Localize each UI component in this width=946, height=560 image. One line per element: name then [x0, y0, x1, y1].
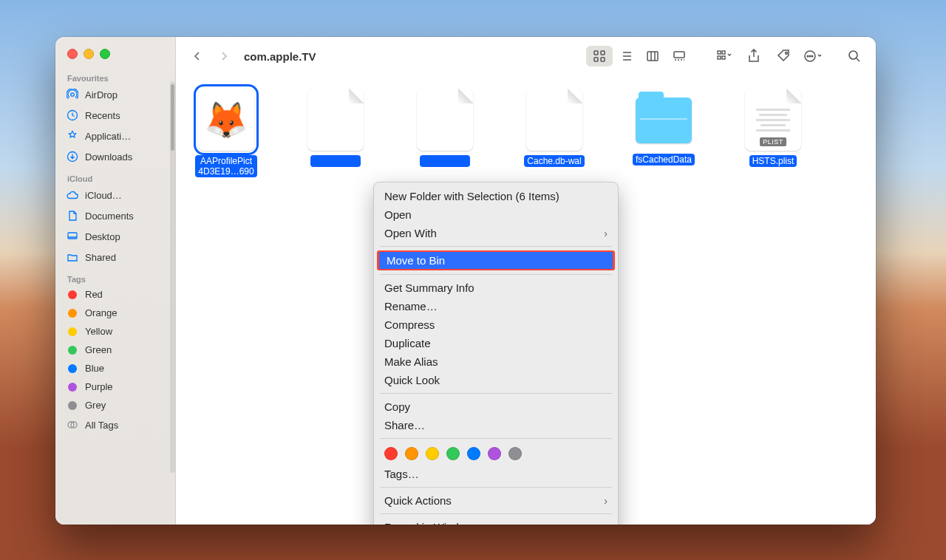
sidebar-tag-orange[interactable]: Orange	[55, 304, 175, 321]
sidebar-item-recents[interactable]: Recents	[55, 106, 175, 125]
sidebar-item-downloads[interactable]: Downloads	[55, 147, 175, 166]
sidebar: Favourites AirDrop Recents Applicati… Do…	[55, 37, 176, 525]
ctx-rename[interactable]: Rename…	[374, 297, 618, 315]
ctx-new-folder-selection[interactable]: New Folder with Selection (6 Items)	[374, 187, 618, 205]
ctx-tag-picker	[374, 443, 618, 465]
column-view-button[interactable]	[639, 46, 666, 66]
close-traffic-light[interactable]	[67, 49, 78, 59]
ctx-get-summary-info[interactable]: Get Summary Info	[374, 279, 618, 297]
window-title: com.apple.TV	[244, 50, 316, 63]
sidebar-section-favourites: Favourites	[55, 66, 175, 84]
sidebar-section-icloud: iCloud	[55, 167, 175, 185]
sidebar-item-applications[interactable]: Applicati…	[55, 126, 175, 146]
ctx-share[interactable]: Share…	[374, 416, 618, 434]
sidebar-item-label: Recents	[85, 110, 120, 121]
sidebar-item-label: Grey	[85, 400, 106, 411]
search-button[interactable]	[845, 47, 864, 66]
file-thumbnail	[417, 89, 473, 151]
sidebar-item-label: Desktop	[85, 231, 120, 242]
file-item[interactable]: Cache.db-wal	[517, 89, 591, 167]
sidebar-item-label: iCloud…	[85, 190, 122, 201]
sidebar-tag-blue[interactable]: Blue	[55, 360, 175, 377]
sidebar-section-tags: Tags	[55, 267, 175, 285]
context-menu: New Folder with Selection (6 Items) Open…	[373, 182, 619, 525]
sidebar-tag-green[interactable]: Green	[55, 341, 175, 358]
airdrop-icon	[66, 88, 79, 101]
file-item[interactable]	[299, 89, 372, 167]
traffic-lights	[55, 37, 175, 66]
svg-rect-6	[594, 51, 598, 55]
sidebar-scrollbar[interactable]	[170, 81, 175, 473]
sidebar-item-desktop[interactable]: Desktop	[55, 227, 175, 246]
svg-point-16	[786, 52, 788, 55]
list-view-button[interactable]	[613, 46, 639, 66]
file-thumbnail: PLIST	[745, 89, 801, 151]
back-button[interactable]	[191, 49, 204, 63]
file-thumbnail	[526, 89, 582, 151]
svg-point-19	[809, 55, 811, 57]
tag-dot-icon	[68, 327, 77, 336]
ctx-move-to-bin[interactable]: Move to Bin	[377, 250, 615, 270]
sidebar-tag-red[interactable]: Red	[55, 286, 175, 303]
group-by-button[interactable]	[715, 47, 734, 66]
ctx-open[interactable]: Open	[374, 205, 618, 224]
sidebar-tag-yellow[interactable]: Yellow	[55, 323, 175, 340]
svg-point-0	[71, 93, 74, 96]
file-name: HSTS.plist	[749, 155, 797, 167]
sidebar-all-tags[interactable]: All Tags	[55, 415, 175, 434]
action-menu-button[interactable]	[803, 47, 823, 66]
gallery-view-button[interactable]	[666, 46, 693, 66]
ctx-quick-look[interactable]: Quick Look	[374, 371, 618, 389]
share-button[interactable]	[744, 47, 763, 66]
tag-option-purple[interactable]	[488, 447, 501, 460]
svg-point-18	[807, 55, 809, 57]
ctx-copy[interactable]: Copy	[374, 397, 618, 416]
file-name: Cache.db-wal	[524, 155, 584, 167]
sidebar-tag-purple[interactable]: Purple	[55, 378, 175, 395]
svg-rect-11	[674, 52, 684, 58]
file-thumbnail	[307, 89, 364, 151]
ctx-make-alias[interactable]: Make Alias	[374, 352, 618, 371]
tag-option-blue[interactable]	[467, 447, 480, 460]
file-grid[interactable]: 🦊 AAProfilePict4D3E19…690 Cache.db-wal	[176, 75, 876, 525]
file-item[interactable]: fsCachedData	[627, 89, 701, 165]
tag-option-grey[interactable]	[508, 447, 522, 460]
sidebar-item-label: Downloads	[85, 151, 132, 163]
folder-thumbnail	[636, 98, 692, 143]
svg-rect-15	[722, 56, 725, 59]
tag-option-orange[interactable]	[405, 447, 418, 460]
file-item[interactable]: PLIST HSTS.plist	[736, 89, 810, 167]
ctx-separator	[380, 487, 612, 488]
ctx-open-with[interactable]: Open With›	[374, 224, 618, 242]
sidebar-item-airdrop[interactable]: AirDrop	[55, 85, 175, 104]
icon-view-button[interactable]	[586, 46, 613, 66]
ctx-compress[interactable]: Compress	[374, 315, 618, 334]
clock-icon	[66, 109, 79, 122]
sidebar-item-label: AirDrop	[85, 89, 118, 100]
forward-button[interactable]	[217, 49, 231, 63]
sidebar-item-label: Shared	[85, 252, 116, 263]
sidebar-item-icloud-drive[interactable]: iCloud…	[55, 185, 175, 205]
sidebar-item-label: Green	[85, 344, 112, 355]
tag-option-yellow[interactable]	[426, 447, 439, 460]
edit-tags-button[interactable]	[774, 47, 793, 66]
all-tags-icon	[66, 418, 79, 431]
file-item[interactable]	[408, 89, 482, 167]
ctx-reveal-in-windows[interactable]: Reveal in Windows	[374, 518, 618, 525]
sidebar-item-label: Purple	[85, 381, 113, 392]
ctx-duplicate[interactable]: Duplicate	[374, 334, 618, 352]
tag-option-green[interactable]	[446, 447, 460, 460]
zoom-traffic-light[interactable]	[100, 49, 110, 59]
sidebar-item-documents[interactable]: Documents	[55, 206, 175, 225]
file-item[interactable]: 🦊 AAProfilePict4D3E19…690	[189, 89, 263, 177]
file-name: fsCachedData	[633, 154, 695, 165]
minimize-traffic-light[interactable]	[84, 49, 94, 59]
file-thumbnail: 🦊	[198, 89, 254, 151]
ctx-tags[interactable]: Tags…	[374, 465, 618, 483]
sidebar-item-shared[interactable]: Shared	[55, 247, 175, 267]
sidebar-tag-grey[interactable]: Grey	[55, 397, 175, 414]
tag-option-red[interactable]	[384, 447, 398, 460]
main-area: com.apple.TV 🦊 AAProfilePict4D3E19…6	[176, 37, 876, 525]
ctx-quick-actions[interactable]: Quick Actions›	[374, 491, 618, 510]
view-segmented-control	[586, 46, 693, 66]
